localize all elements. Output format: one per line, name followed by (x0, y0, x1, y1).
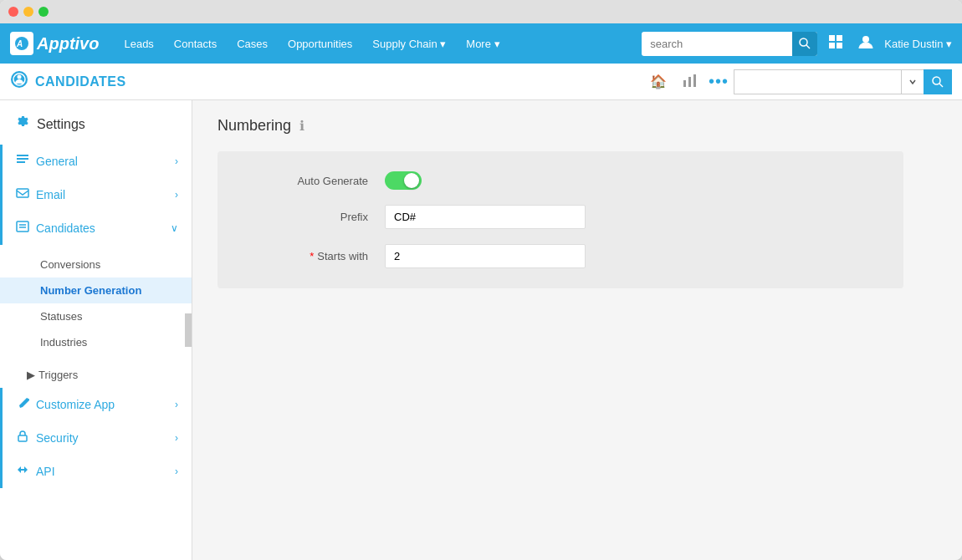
starts-with-value-container (385, 244, 870, 268)
user-menu[interactable]: Katie Dustin ▾ (884, 38, 952, 50)
api-icon (16, 463, 29, 480)
sidebar-collapse-handle[interactable]: ‹ (185, 313, 192, 347)
svg-rect-6 (829, 43, 835, 48)
api-arrow: › (175, 466, 178, 477)
sidebar-api-label: API (36, 465, 168, 478)
prefix-row: Prefix (251, 205, 870, 229)
info-icon[interactable]: ℹ (299, 118, 304, 134)
general-icon (16, 153, 29, 170)
page-title: Numbering (217, 117, 291, 135)
sidebar-industries[interactable]: Industries (0, 329, 192, 355)
home-icon[interactable]: 🏠 (645, 70, 672, 93)
starts-with-label: *Starts with (251, 250, 368, 262)
sub-header-left: CANDIDATES (10, 70, 638, 93)
svg-rect-20 (17, 189, 28, 197)
main-layout: Settings General › Email › (0, 100, 962, 560)
nav-leads[interactable]: Leads (115, 33, 161, 55)
logo[interactable]: A Apptivo (10, 32, 99, 55)
chart-icon[interactable] (677, 69, 704, 95)
svg-text:A: A (16, 39, 23, 48)
sub-search-button[interactable] (924, 69, 952, 94)
sub-search-dropdown[interactable] (901, 69, 924, 94)
svg-rect-4 (829, 35, 835, 41)
search-input[interactable] (642, 33, 792, 54)
nav-cases[interactable]: Cases (228, 33, 276, 55)
nav-links: Leads Contacts Cases Opportunities Suppl… (115, 33, 642, 55)
svg-rect-7 (837, 43, 842, 48)
top-search-bar (642, 32, 817, 56)
svg-line-16 (939, 84, 943, 87)
security-lock-icon (16, 430, 29, 446)
sidebar-item-candidates[interactable]: Candidates ∨ (0, 211, 192, 245)
svg-point-2 (800, 38, 807, 46)
svg-rect-12 (683, 80, 686, 87)
nav-supply-chain[interactable]: Supply Chain ▾ (364, 33, 454, 55)
nav-opportunities[interactable]: Opportunities (279, 33, 361, 55)
starts-with-row: *Starts with (251, 244, 870, 268)
logo-text: Apptivo (37, 34, 99, 53)
candidates-sidebar-icon (16, 220, 29, 237)
user-icon[interactable] (854, 30, 878, 58)
svg-rect-13 (688, 77, 691, 87)
sidebar-security-label: Security (36, 431, 168, 445)
sidebar-item-security[interactable]: Security › (0, 421, 192, 455)
page-title-row: Numbering ℹ (217, 117, 937, 135)
nav-right: Katie Dustin ▾ (642, 30, 952, 58)
svg-rect-21 (17, 221, 28, 232)
nav-more[interactable]: More ▾ (458, 33, 508, 55)
sub-header: CANDIDATES 🏠 ••• (0, 64, 962, 100)
sidebar-statuses[interactable]: Statuses (0, 303, 192, 329)
more-dots-button[interactable]: ••• (709, 72, 729, 91)
settings-title: Settings (37, 117, 85, 132)
auto-generate-row: Auto Generate (251, 171, 870, 190)
sidebar: Settings General › Email › (0, 100, 192, 560)
svg-rect-24 (18, 435, 27, 441)
sidebar-customize-label: Customize App (36, 398, 168, 411)
grid-icon[interactable] (824, 30, 847, 58)
close-dot[interactable] (8, 7, 18, 17)
prefix-input[interactable] (385, 205, 586, 229)
svg-point-15 (933, 77, 940, 84)
candidates-icon (10, 70, 28, 93)
search-button[interactable] (792, 32, 817, 56)
sidebar-item-email[interactable]: Email › (0, 178, 192, 211)
svg-rect-18 (17, 158, 28, 160)
auto-generate-toggle[interactable] (385, 171, 422, 190)
svg-line-3 (806, 45, 810, 48)
top-nav: A Apptivo Leads Contacts Cases Opportuni… (0, 23, 962, 64)
logo-icon: A (10, 32, 33, 55)
sidebar-item-customize-app[interactable]: Customize App › (0, 388, 192, 421)
app-window: A Apptivo Leads Contacts Cases Opportuni… (0, 0, 962, 560)
svg-rect-19 (17, 161, 25, 163)
sub-header-right: 🏠 ••• (645, 69, 952, 95)
maximize-dot[interactable] (38, 7, 49, 17)
general-arrow: › (175, 155, 178, 167)
sidebar-email-label: Email (36, 188, 168, 201)
sidebar-general-label: General (36, 155, 168, 168)
sidebar-item-general[interactable]: General › (0, 145, 192, 178)
sub-search-bar (734, 69, 952, 94)
numbering-form: Auto Generate Prefix (217, 151, 903, 288)
candidates-title: CANDIDATES (35, 74, 126, 89)
starts-with-input[interactable] (385, 244, 586, 268)
sidebar-conversions[interactable]: Conversions (0, 252, 192, 277)
svg-rect-17 (17, 155, 28, 156)
required-asterisk: * (310, 250, 314, 262)
svg-point-11 (18, 75, 22, 79)
triggers-chevron-icon: ▶ (27, 369, 35, 381)
sidebar-candidates-label: Candidates (36, 221, 164, 235)
email-icon (16, 186, 29, 203)
settings-header: Settings (0, 100, 192, 145)
candidates-sub-menu: Conversions Number Generation Statuses I… (0, 245, 192, 362)
svg-rect-5 (837, 35, 842, 41)
nav-contacts[interactable]: Contacts (166, 33, 225, 55)
minimize-dot[interactable] (23, 7, 33, 17)
prefix-value-container (385, 205, 870, 229)
sidebar-triggers[interactable]: ▶ Triggers (0, 362, 192, 388)
sidebar-item-api[interactable]: API › (0, 455, 192, 488)
main-content: Numbering ℹ Auto Generate Prefix (192, 100, 962, 560)
sub-search-input[interactable] (734, 69, 901, 94)
sidebar-number-generation[interactable]: Number Generation (0, 277, 192, 303)
candidates-arrow: ∨ (171, 222, 178, 234)
email-arrow: › (175, 189, 178, 201)
